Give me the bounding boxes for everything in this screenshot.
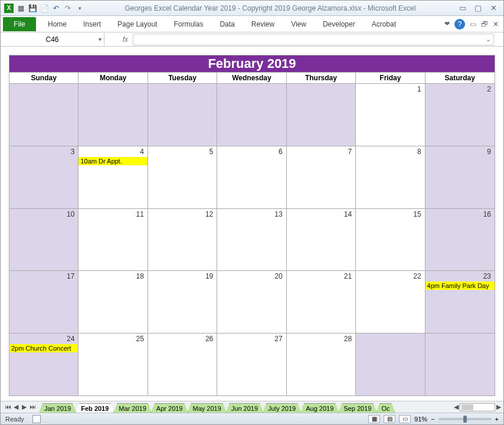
calendar-cell[interactable]: 5 xyxy=(148,146,217,208)
page-layout-view-icon[interactable]: ▤ xyxy=(384,415,395,423)
week-row: 171819202122234pm Family Park Day xyxy=(9,271,495,334)
tab-data[interactable]: Data xyxy=(211,16,243,32)
calendar-cell[interactable]: 16 xyxy=(426,209,495,271)
tab-last-icon[interactable]: ⏭ xyxy=(29,403,36,411)
calendar-cell[interactable] xyxy=(287,84,356,146)
tab-formulas[interactable]: Formulas xyxy=(165,16,211,32)
sheet-tab[interactable]: May 2019 xyxy=(188,403,227,413)
sheet-tab[interactable]: Apr 2019 xyxy=(151,403,188,413)
calendar-cell[interactable] xyxy=(148,84,217,146)
sheet-tab[interactable]: Aug 2019 xyxy=(300,403,339,413)
close-icon[interactable]: ✕ xyxy=(488,4,499,12)
maximize-icon[interactable]: ▢ xyxy=(473,4,483,12)
calendar-cell[interactable]: 22 xyxy=(356,271,425,333)
dow-wednesday: Wednesday xyxy=(217,73,286,83)
day-number: 1 xyxy=(417,85,421,93)
ribbon-options-icon[interactable]: ❤ xyxy=(444,20,450,28)
calendar-event[interactable]: 4pm Family Park Day xyxy=(426,282,495,290)
sheet-tab[interactable]: Jan 2019 xyxy=(40,403,76,413)
calendar-cell[interactable]: 14 xyxy=(287,209,356,271)
tab-next-icon[interactable]: ▶ xyxy=(21,403,28,411)
calendar-cell[interactable]: 18 xyxy=(78,271,148,333)
fx-icon[interactable]: fx xyxy=(104,35,133,44)
tab-review[interactable]: Review xyxy=(243,16,283,32)
calendar-cell[interactable]: 27 xyxy=(217,334,286,395)
calendar-cell[interactable]: 28 xyxy=(287,334,356,395)
save-icon[interactable]: 💾 xyxy=(28,4,37,13)
sheet-tab[interactable]: Sep 2019 xyxy=(338,403,377,413)
name-box[interactable]: C46 ▾ xyxy=(1,33,104,46)
save-as-icon[interactable]: 📄 xyxy=(40,4,49,13)
calendar-event[interactable]: 10am Dr Appt. xyxy=(78,157,147,165)
sheet-tab[interactable]: Oc xyxy=(376,403,395,413)
sheet-tab[interactable]: Jun 2019 xyxy=(226,403,263,413)
calendar-cell[interactable]: 3 xyxy=(9,146,78,208)
zoom-level[interactable]: 91% xyxy=(414,416,427,423)
week-row: 10111213141516 xyxy=(9,209,495,272)
zoom-in-icon[interactable]: + xyxy=(495,416,499,423)
calendar-cell[interactable] xyxy=(9,84,78,146)
page-break-view-icon[interactable]: ▭ xyxy=(399,415,411,423)
redo-icon[interactable]: ↷ xyxy=(63,4,73,13)
calendar-cell[interactable] xyxy=(78,84,148,146)
sheet-tab[interactable]: July 2019 xyxy=(263,403,301,413)
calendar-cell[interactable]: 1 xyxy=(356,84,425,146)
macro-record-icon[interactable] xyxy=(32,415,41,423)
zoom-slider[interactable] xyxy=(438,418,492,420)
calendar-cell[interactable]: 15 xyxy=(356,209,425,271)
calendar-cell[interactable]: 17 xyxy=(9,271,78,333)
calendar-cell[interactable] xyxy=(356,334,425,395)
ribbon-close-icon[interactable]: ✕ xyxy=(493,20,499,28)
sheet-tab[interactable]: Mar 2019 xyxy=(113,403,151,413)
tab-view[interactable]: View xyxy=(283,16,315,32)
calendar-cell[interactable] xyxy=(426,334,495,395)
calendar-cell[interactable]: 242pm Church Concert xyxy=(9,334,78,395)
qat-customize-icon[interactable]: ▦ xyxy=(16,4,25,13)
calendar-cell[interactable]: 7 xyxy=(287,146,356,208)
ribbon-restore-icon[interactable]: 🗗 xyxy=(481,20,488,28)
calendar-cell[interactable]: 25 xyxy=(78,334,148,395)
name-box-dropdown-icon[interactable]: ▾ xyxy=(99,36,102,42)
formula-expand-icon[interactable]: ⌄ xyxy=(486,35,491,43)
scroll-right-icon[interactable]: ▶ xyxy=(496,403,501,411)
minimize-icon[interactable]: ▭ xyxy=(457,4,468,12)
calendar-cell[interactable]: 26 xyxy=(148,334,217,395)
tab-acrobat[interactable]: Acrobat xyxy=(364,16,404,32)
calendar-cell[interactable]: 13 xyxy=(217,209,286,271)
tab-page-layout[interactable]: Page Layout xyxy=(109,16,165,32)
calendar-cell[interactable]: 410am Dr Appt. xyxy=(78,146,148,208)
sheet-tabs: Jan 2019Feb 2019Mar 2019Apr 2019May 2019… xyxy=(40,401,451,413)
formula-bar[interactable]: ⌄ xyxy=(133,34,494,45)
calendar-event[interactable]: 2pm Church Concert xyxy=(9,344,78,352)
week-row: 242pm Church Concert25262728 xyxy=(9,334,495,395)
calendar-cell[interactable]: 11 xyxy=(78,209,148,271)
horizontal-scrollbar[interactable] xyxy=(460,403,495,411)
scroll-left-icon[interactable]: ◀ xyxy=(454,403,459,411)
calendar-cell[interactable]: 8 xyxy=(356,146,425,208)
tab-insert[interactable]: Insert xyxy=(75,16,109,32)
zoom-out-icon[interactable]: − xyxy=(431,416,434,423)
calendar-cell[interactable]: 234pm Family Park Day xyxy=(426,271,495,333)
normal-view-icon[interactable]: ▦ xyxy=(368,415,380,423)
tab-developer[interactable]: Developer xyxy=(315,16,364,32)
tab-first-icon[interactable]: ⏮ xyxy=(4,403,11,411)
calendar-cell[interactable]: 10 xyxy=(9,209,78,271)
calendar-cell[interactable]: 12 xyxy=(148,209,217,271)
tab-home[interactable]: Home xyxy=(40,16,75,32)
file-tab[interactable]: File xyxy=(3,17,36,31)
excel-icon[interactable]: X xyxy=(4,4,14,13)
ribbon-minimize-icon[interactable]: ▭ xyxy=(470,20,476,28)
sheet-tab[interactable]: Feb 2019 xyxy=(76,403,114,413)
day-number: 13 xyxy=(274,210,282,218)
calendar-cell[interactable]: 21 xyxy=(287,271,356,333)
undo-icon[interactable]: ↶ xyxy=(51,4,61,13)
calendar-cell[interactable]: 2 xyxy=(426,84,495,146)
calendar-cell[interactable]: 19 xyxy=(148,271,217,333)
calendar-cell[interactable]: 6 xyxy=(217,146,286,208)
calendar-cell[interactable] xyxy=(217,84,286,146)
calendar-cell[interactable]: 9 xyxy=(426,146,495,208)
qat-dropdown-icon[interactable]: ▾ xyxy=(75,4,84,13)
calendar-cell[interactable]: 20 xyxy=(217,271,286,333)
help-icon[interactable]: ? xyxy=(454,19,465,30)
tab-prev-icon[interactable]: ◀ xyxy=(12,403,19,411)
